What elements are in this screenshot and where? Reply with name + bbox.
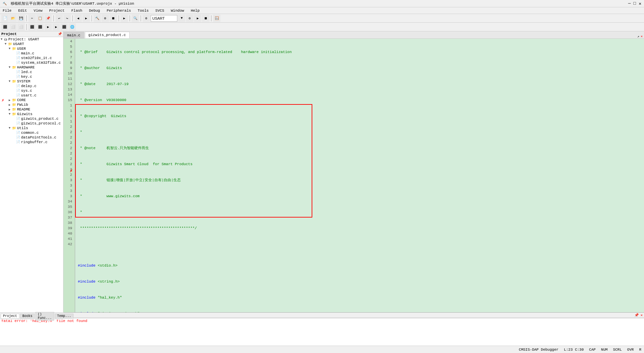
tb2-btn1[interactable]: ⬛ <box>1 23 9 31</box>
sidebar-item-led[interactable]: 📄 led.c <box>0 70 63 74</box>
sidebar-tab-func[interactable]: () Func... <box>35 312 54 313</box>
sidebar-item-utils[interactable]: ▼ 📁 Utils <box>0 126 63 130</box>
menu-peripherals[interactable]: Peripherals <box>105 8 132 13</box>
stop2-button[interactable]: ⏹ <box>202 15 209 22</box>
start-debug-button[interactable]: ▶ <box>121 15 128 22</box>
sidebar-item-hardware[interactable]: ▼ 📁 HARDWARE <box>0 65 63 70</box>
folder-label: Gizwits <box>17 112 32 116</box>
menu-svcs[interactable]: SVCS <box>154 8 165 13</box>
run-button[interactable]: ▶ <box>194 15 201 22</box>
sidebar-item-common[interactable]: 📄 common.c <box>0 130 63 135</box>
sidebar-item-key[interactable]: 📄 key.c <box>0 74 63 79</box>
target-select[interactable]: USART <box>151 15 177 22</box>
sidebar-item-usart-folder[interactable]: ▼ 📁 USART <box>0 42 63 46</box>
tab-main-c[interactable]: main.c <box>63 32 84 38</box>
sidebar-item-core[interactable]: ▶ 📁 CORE ✗ <box>0 98 63 102</box>
undo-button[interactable]: ↩ <box>55 15 63 22</box>
tab-gizwits-product[interactable]: gizwits_product.c <box>85 32 130 38</box>
minimize-button[interactable]: ─ <box>628 1 631 6</box>
tb2-btn5[interactable]: ⬛ <box>36 23 44 31</box>
file-label: usart.c <box>21 93 36 97</box>
paste-button[interactable]: 📌 <box>44 15 52 22</box>
redo-button[interactable]: ↪ <box>63 15 71 22</box>
read-indicator: R <box>639 348 641 352</box>
menu-file[interactable]: File <box>1 8 13 13</box>
stop-button[interactable]: ⏹ <box>110 15 117 22</box>
sidebar-item-main-c[interactable]: 📄 main.c <box>0 51 63 56</box>
sidebar-item-stm32-it[interactable]: 📄 stm32f10x_it.c <box>0 56 63 60</box>
search-button[interactable]: 🔍 <box>132 15 139 22</box>
code-editor[interactable]: 4 5 6 7 8 9 10 11 12 13 14 15 1 1 1 1 2 <box>63 39 644 312</box>
copy-button[interactable]: 📋 <box>36 15 44 22</box>
expand-arrow: ▼ <box>9 66 12 69</box>
file-label: key.c <box>21 75 32 79</box>
build-output-controls: 📌 ✕ <box>634 313 643 317</box>
tb2-btn4[interactable]: ⬛ <box>28 23 36 31</box>
folder-icon: 📁 <box>12 126 16 130</box>
tb2-btn8[interactable]: ⬛ <box>60 23 68 31</box>
close-button[interactable]: ✕ <box>639 1 641 6</box>
sidebar-item-user[interactable]: ▼ 📁 USER <box>0 46 63 51</box>
windows-button[interactable]: 🪟 <box>213 15 220 22</box>
sep6 <box>130 15 130 21</box>
back-button[interactable]: ◀ <box>74 15 82 22</box>
new-file-button[interactable]: 📄 <box>1 15 9 22</box>
titlebar-controls[interactable]: ─ □ ✕ <box>628 1 641 6</box>
save-button[interactable]: 💾 <box>17 15 25 22</box>
select-dropdown[interactable]: ▼ <box>178 15 185 22</box>
build-close-button[interactable]: ✕ <box>640 313 643 317</box>
expand-arrow: ▶ <box>9 98 12 102</box>
menu-flash[interactable]: Flash <box>70 8 84 13</box>
file-label: sys.c <box>21 89 32 93</box>
sidebar-item-fwlib[interactable]: ▶ 📁 FWLib <box>0 102 63 107</box>
sidebar-item-gizwits-product[interactable]: 📄 gizwits_product.c <box>0 116 63 121</box>
menu-edit[interactable]: Edit <box>17 8 28 13</box>
code-lines[interactable]: * @brief Gizwits control protocol proces… <box>75 39 644 312</box>
sidebar-item-datapoint-tools[interactable]: 📄 dataPointTools.c <box>0 135 63 140</box>
sidebar-item-system[interactable]: 📄 system_stm32f10x.c <box>0 60 63 65</box>
sidebar-item-readme[interactable]: ▶ 📁 README <box>0 107 63 112</box>
gizwits-icon[interactable]: 🌐 <box>68 23 76 31</box>
tb2-btn6[interactable]: ▶ <box>44 23 52 31</box>
open-button[interactable]: 📂 <box>9 15 17 22</box>
sidebar: Project 📌 ▼ 🗂 Project: USART ▼ 📁 USART ▼… <box>0 31 63 312</box>
file-icon: 📄 <box>16 140 20 144</box>
sidebar-item-ringbuffer[interactable]: 📄 ringbuffer.c <box>0 140 63 144</box>
tb2-btn7[interactable]: ▶ <box>52 23 60 31</box>
menu-project[interactable]: Project <box>48 8 66 13</box>
error-marker: ✗ <box>2 98 4 103</box>
menu-window[interactable]: Window <box>170 8 186 13</box>
sidebar-pin[interactable]: 📌 <box>58 32 62 36</box>
tb2-btn3[interactable]: ⬜ <box>17 23 25 31</box>
sidebar-item-gizwits-protocol[interactable]: 📄 gizwits_protocol.c <box>0 121 63 126</box>
sidebar-item-sys[interactable]: 📄 sys.c <box>0 88 63 93</box>
menu-tools[interactable]: Tools <box>136 8 150 13</box>
tb2-btn2[interactable]: ⬜ <box>9 23 17 31</box>
tab-main-c-label: main.c <box>67 33 80 37</box>
maximize-button[interactable]: □ <box>633 1 636 6</box>
menu-help[interactable]: Help <box>189 8 201 13</box>
ovr-indicator: OVR <box>627 348 634 352</box>
sidebar-item-delay[interactable]: 📄 delay.c <box>0 84 63 88</box>
build-button[interactable]: 🔨 <box>94 15 101 22</box>
caps-indicator: CAP <box>589 348 596 352</box>
build-pin-button[interactable]: 📌 <box>634 313 639 317</box>
sidebar-item-project[interactable]: ▼ 🗂 Project: USART <box>0 37 63 42</box>
folder-icon: 📁 <box>8 42 12 46</box>
forward-button[interactable]: ▶ <box>83 15 90 22</box>
expand-arrow: ▼ <box>5 42 8 46</box>
sidebar-item-gizwits[interactable]: ▼ 📁 Gizwits <box>0 112 63 116</box>
target-options-button[interactable]: ⚙ <box>143 15 150 22</box>
sidebar-item-usart-c[interactable]: 📄 usart.c <box>0 93 63 98</box>
close-editor-button[interactable]: ✕ <box>641 34 643 38</box>
sidebar-item-system-folder[interactable]: ▼ 📁 SYSTEM <box>0 79 63 84</box>
menu-view[interactable]: View <box>32 8 44 13</box>
statusbar: CMSIS-DAP Debugger L:23 C:30 CAP NUM SCR… <box>0 346 644 353</box>
translate-button[interactable]: ⚙ <box>102 15 109 22</box>
folder-label: CORE <box>17 98 26 102</box>
cut-button[interactable]: ✂ <box>28 15 36 22</box>
float-button[interactable]: ↗ <box>637 34 639 38</box>
manage-components[interactable]: ⚙ <box>186 15 193 22</box>
menu-debug[interactable]: Debug <box>88 8 101 13</box>
build-output-content: fatal error: 'hal_key.h' file not found <box>0 318 644 338</box>
